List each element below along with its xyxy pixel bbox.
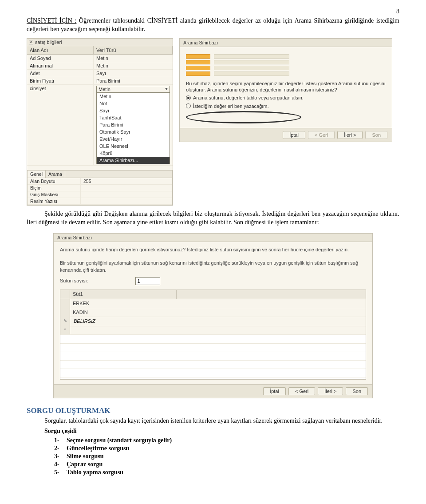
prop-label: Alan Boyutu: [28, 178, 81, 184]
radio-label: İstediğim değerleri ben yazacağım.: [193, 103, 269, 109]
field-type[interactable]: Sayı: [94, 70, 173, 77]
field-name[interactable]: Alınan mal: [27, 62, 94, 69]
dd-item[interactable]: OLE Nesnesi: [97, 143, 170, 150]
prop-value[interactable]: [81, 191, 172, 198]
value-cell[interactable]: [70, 326, 177, 334]
next-button[interactable]: İleri >: [337, 131, 363, 139]
active-field-name[interactable]: cinsiyet: [27, 85, 94, 165]
tab-label[interactable]: satış bilgileri: [35, 40, 62, 45]
tab-lookup[interactable]: Arama: [46, 171, 65, 178]
intro-paragraph: CİNSİYETİ İÇİN : Öğretmenler tablosundak…: [27, 17, 399, 34]
column-count-input[interactable]: [135, 277, 160, 285]
value-cell[interactable]: KADIN: [70, 308, 177, 317]
prop-value[interactable]: 255: [81, 178, 172, 184]
wizard-title: Arama Sihirbazı: [54, 234, 372, 242]
back-button[interactable]: < Geri: [288, 387, 315, 395]
finish-button[interactable]: Son: [346, 387, 368, 395]
radio-dot-icon: [186, 95, 191, 100]
field-type[interactable]: Metin: [94, 55, 173, 62]
dd-item[interactable]: Para Birimi: [97, 121, 170, 128]
section-paragraph: Sorgular, tablolardaki çok sayıda kayıt …: [27, 417, 399, 425]
close-icon[interactable]: ✕: [29, 40, 33, 44]
chevron-down-icon: [165, 88, 168, 90]
tab-general[interactable]: Genel: [28, 171, 46, 178]
col-header-field: Alan Adı: [27, 46, 94, 54]
annotation-ellipse: [186, 111, 301, 123]
dd-item[interactable]: Evet/Hayır: [97, 135, 170, 143]
back-button: < Geri: [308, 131, 335, 139]
page-number: 8: [396, 8, 399, 15]
finish-button: Son: [365, 131, 387, 139]
intro-prefix: CİNSİYETİ İÇİN :: [27, 17, 76, 24]
prop-label: Giriş Maskesi: [28, 191, 81, 198]
col-header-type: Veri Türü: [94, 46, 173, 54]
field-type[interactable]: Para Birimi: [94, 77, 173, 84]
dd-item[interactable]: Not: [97, 100, 170, 107]
value-cell-editing[interactable]: [73, 318, 174, 324]
field-type[interactable]: Metin: [94, 62, 173, 69]
lookup-wizard-step1: Arama Sihirbazı Bu sihirbaz, içinden seç…: [179, 38, 392, 142]
wizard-instruction-1: Arama sütunu içinde hangi değerleri görm…: [60, 246, 366, 253]
radio-type-values[interactable]: İstediğim değerleri ben yazacağım.: [186, 103, 386, 109]
type-dropdown[interactable]: Metin: [96, 86, 170, 93]
type-selected: Metin: [99, 87, 110, 92]
type-dropdown-list[interactable]: Metin Not Sayı Tarih/Saat Para Birimi Ot…: [96, 92, 170, 164]
dd-item[interactable]: Otomatik Sayı: [97, 128, 170, 135]
empty-rows: [60, 335, 366, 379]
wizard-text: Bu sihirbaz, içinden seçim yapabileceğin…: [186, 80, 386, 93]
prop-value[interactable]: [81, 185, 172, 191]
dd-item[interactable]: Köprü: [97, 150, 170, 157]
value-cell[interactable]: ERKEK: [70, 299, 177, 308]
list-item: Çapraz sorgu: [54, 461, 399, 468]
dd-item[interactable]: Metin: [97, 93, 170, 100]
list-item: Güncelleştirme sorgusu: [54, 445, 399, 452]
field-name[interactable]: Adet: [27, 70, 94, 77]
new-row-star: *: [60, 326, 70, 334]
cancel-button[interactable]: İptal: [263, 387, 286, 395]
wizard-instruction-2: Bir sütunun genişliğini ayarlamak için s…: [60, 260, 366, 274]
prop-label: Resim Yazısı: [28, 198, 81, 204]
list-item: Seçme sorgusu (standart sorguyla gelir): [54, 437, 399, 444]
prop-value[interactable]: [81, 198, 172, 204]
column-count-label: Sütun sayısı:: [60, 278, 88, 284]
cancel-button[interactable]: İptal: [283, 131, 305, 139]
field-name[interactable]: Ad Soyad: [27, 55, 94, 62]
values-column-header[interactable]: Süt1: [70, 290, 177, 298]
radio-label: Arama sütunu, değerleri tablo veya sorgu…: [193, 95, 304, 101]
dd-item[interactable]: Sayı: [97, 107, 170, 114]
radio-from-table[interactable]: Arama sütunu, değerleri tablo veya sorgu…: [186, 95, 386, 101]
field-name[interactable]: Birim Fiyatı: [27, 77, 94, 84]
dd-item-selected[interactable]: Arama Sihirbazı...: [97, 157, 170, 164]
radio-dot-icon: [186, 103, 191, 108]
section-heading: SORGU OLUŞTURMAK: [27, 406, 399, 415]
next-button[interactable]: İleri >: [318, 387, 343, 395]
wizard-illustration: [186, 54, 386, 76]
list-item: Tablo yapma sorgusu: [54, 469, 399, 476]
list-item: Silme sorgusu: [54, 453, 399, 460]
prop-label: Biçim: [28, 185, 81, 191]
wizard-title: Arama Sihirbazı: [180, 39, 392, 47]
field-grid-panel: ✕satış bilgileri Alan Adı Veri Türü Ad S…: [27, 38, 173, 206]
intro-text: Öğretmenler tablosundaki CİNSİYETİ aland…: [27, 17, 399, 32]
dd-item[interactable]: Tarih/Saat: [97, 114, 170, 121]
values-table: Süt1 ERKEK KADIN ✎ *: [60, 290, 366, 380]
mid-paragraph: Şekilde görüldüğü gibi Değişken alanına …: [27, 210, 399, 227]
query-type-list: Seçme sorgusu (standart sorguyla gelir) …: [27, 437, 399, 476]
subheading: Sorgu çeşidi: [44, 428, 77, 434]
lookup-wizard-step2: Arama Sihirbazı Arama sütunu içinde hang…: [53, 233, 373, 398]
pencil-icon: ✎: [60, 317, 70, 325]
